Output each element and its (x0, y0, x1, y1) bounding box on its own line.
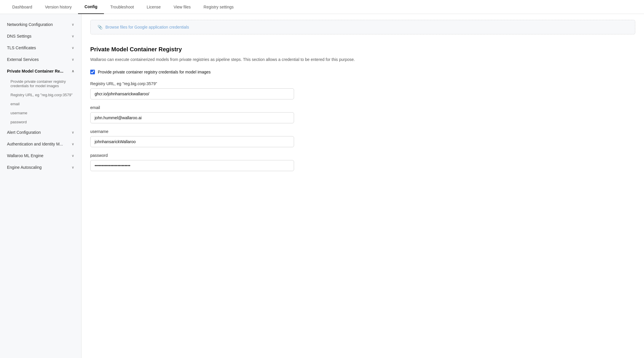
sidebar-sub-provide-credentials[interactable]: Provide private container registry crede… (0, 77, 81, 90)
sidebar-item-label: Engine Autoscaling (7, 165, 42, 170)
email-label: email (90, 105, 635, 110)
registry-url-group: Registry URL, eg "reg.big.corp:3579" (90, 81, 635, 99)
password-group: password (90, 153, 635, 171)
sidebar-sub-registry-url[interactable]: Registry URL, eg "reg.big.corp:3579" (0, 90, 81, 99)
browse-files-bar[interactable]: 📎 Browse files for Google application cr… (90, 20, 635, 34)
nav-license[interactable]: License (140, 0, 167, 14)
sidebar-item-tls[interactable]: TLS Certificates ∨ (0, 42, 81, 54)
chevron-down-icon: ∨ (72, 154, 74, 158)
chevron-down-icon: ∨ (72, 130, 74, 134)
sidebar-sub-password[interactable]: password (0, 117, 81, 127)
chevron-down-icon: ∨ (72, 142, 74, 146)
sidebar-sub-username[interactable]: username (0, 108, 81, 117)
sidebar-item-auth-identity[interactable]: Authentication and Identity M... ∨ (0, 138, 81, 150)
sidebar-item-label: Authentication and Identity M... (7, 142, 63, 146)
sidebar-item-label: Alert Configuration (7, 130, 41, 135)
section-description: Wallaroo can execute containerized model… (90, 56, 635, 63)
username-label: username (90, 129, 635, 134)
nav-version-history[interactable]: Version history (39, 0, 78, 14)
main-content: 📎 Browse files for Google application cr… (82, 14, 644, 358)
sidebar-sub-email[interactable]: email (0, 99, 81, 108)
registry-url-label: Registry URL, eg "reg.big.corp:3579" (90, 81, 635, 86)
nav-view-files[interactable]: View files (167, 0, 197, 14)
sidebar-item-alert-config[interactable]: Alert Configuration ∨ (0, 127, 81, 138)
chevron-down-icon: ∨ (72, 34, 74, 38)
sidebar-item-networking[interactable]: Networking Configuration ∨ (0, 19, 81, 30)
username-input[interactable] (90, 136, 294, 147)
email-input[interactable] (90, 112, 294, 123)
password-input[interactable] (90, 160, 294, 171)
sidebar-item-label: TLS Certificates (7, 45, 36, 50)
nav-registry-settings[interactable]: Registry settings (197, 0, 240, 14)
chevron-down-icon: ∨ (72, 57, 74, 62)
section-title: Private Model Container Registry (90, 46, 635, 53)
registry-section: Private Model Container Registry Wallaro… (82, 40, 644, 189)
page-layout: Networking Configuration ∨ DNS Settings … (0, 14, 644, 358)
sidebar-item-label: DNS Settings (7, 34, 31, 38)
sidebar-item-label: External Services (7, 57, 39, 62)
checkbox-label[interactable]: Provide private container registry crede… (98, 70, 211, 74)
username-group: username (90, 129, 635, 147)
chevron-down-icon: ∨ (72, 165, 74, 169)
sidebar: Networking Configuration ∨ DNS Settings … (0, 14, 82, 358)
provide-credentials-checkbox[interactable] (90, 70, 95, 74)
paperclip-icon: 📎 (98, 25, 102, 29)
sidebar-item-wallaroo-ml[interactable]: Wallaroo ML Engine ∨ (0, 150, 81, 162)
sidebar-item-label: Wallaroo ML Engine (7, 153, 43, 158)
chevron-up-icon: ∧ (72, 69, 74, 73)
chevron-down-icon: ∨ (72, 46, 74, 50)
checkbox-row: Provide private container registry crede… (90, 70, 635, 74)
email-group: email (90, 105, 635, 123)
top-navigation: Dashboard Version history Config Trouble… (0, 0, 644, 14)
sidebar-item-label: Private Model Container Re... (7, 69, 63, 73)
sidebar-item-autoscaling[interactable]: Engine Autoscaling ∨ (0, 162, 81, 173)
nav-troubleshoot[interactable]: Troubleshoot (104, 0, 140, 14)
registry-url-input[interactable] (90, 88, 294, 99)
browse-bar-text: Browse files for Google application cred… (105, 25, 189, 29)
sidebar-item-dns[interactable]: DNS Settings ∨ (0, 30, 81, 42)
sidebar-item-label: Networking Configuration (7, 22, 53, 27)
password-label: password (90, 153, 635, 158)
nav-config[interactable]: Config (78, 0, 104, 14)
chevron-down-icon: ∨ (72, 22, 74, 27)
sidebar-item-external-services[interactable]: External Services ∨ (0, 54, 81, 65)
sidebar-item-private-registry[interactable]: Private Model Container Re... ∧ (0, 65, 81, 77)
nav-dashboard[interactable]: Dashboard (6, 0, 39, 14)
